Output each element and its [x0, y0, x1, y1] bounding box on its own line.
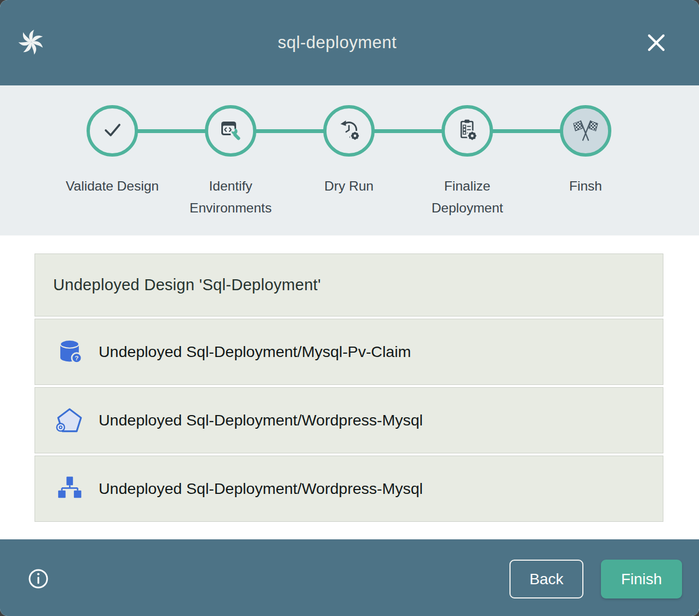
step-label-finalize-deployment: Finalize Deployment: [421, 175, 514, 219]
table-row: Undeployed Sql-Deployment/Wordpress-Mysq…: [35, 387, 663, 453]
deployment-stepper: Validate Design Identify Environments Dr…: [0, 85, 699, 235]
page-title: sql-deployment: [278, 33, 397, 53]
result-header-row: Undeployed Design 'Sql-Deployment': [35, 254, 663, 316]
results-panel: Undeployed Design 'Sql-Deployment' ? Und…: [0, 235, 699, 539]
step-validate-design[interactable]: [87, 105, 138, 157]
code-setup-icon: [217, 117, 244, 145]
step-label-identify-environments: Identify Environments: [184, 175, 277, 219]
dry-run-icon: [336, 117, 362, 145]
step-dry-run[interactable]: [323, 105, 375, 157]
modal-header: sql-deployment: [0, 0, 699, 85]
checkered-flags-icon: [572, 117, 599, 145]
step-label-validate-design: Validate Design: [66, 175, 159, 197]
svg-text:?: ?: [75, 354, 78, 361]
table-row: Undeployed Sql-Deployment/Wordpress-Mysq…: [35, 456, 663, 522]
close-icon[interactable]: [644, 31, 668, 55]
result-item-text: Undeployed Sql-Deployment/Wordpress-Mysq…: [99, 480, 423, 498]
meshery-logo-icon: [16, 27, 46, 57]
result-header-text: Undeployed Design 'Sql-Deployment': [53, 276, 321, 294]
deployment-wizard-modal: sql-deployment: [0, 0, 699, 616]
step-finish[interactable]: [560, 105, 611, 157]
deployment-results-list: Undeployed Design 'Sql-Deployment' ? Und…: [35, 254, 663, 522]
back-button[interactable]: Back: [509, 560, 583, 598]
check-icon: [99, 117, 125, 145]
step-label-finish: Finsh: [539, 175, 632, 197]
pod-pentagon-icon: [55, 406, 84, 435]
info-icon[interactable]: [26, 567, 50, 591]
step-label-dry-run: Dry Run: [302, 175, 396, 197]
modal-footer: Back Finish: [0, 539, 699, 616]
finalize-clipboard-icon: [454, 117, 480, 145]
table-row: ? Undeployed Sql-Deployment/Mysql-Pv-Cla…: [35, 319, 663, 385]
database-icon: ?: [55, 337, 84, 367]
result-item-text: Undeployed Sql-Deployment/Mysql-Pv-Claim: [99, 343, 411, 361]
finish-button[interactable]: Finish: [601, 560, 682, 598]
result-item-text: Undeployed Sql-Deployment/Wordpress-Mysq…: [99, 411, 423, 429]
topology-icon: [55, 474, 84, 504]
step-identify-environments[interactable]: [205, 105, 256, 157]
step-finalize-deployment[interactable]: [442, 105, 493, 157]
